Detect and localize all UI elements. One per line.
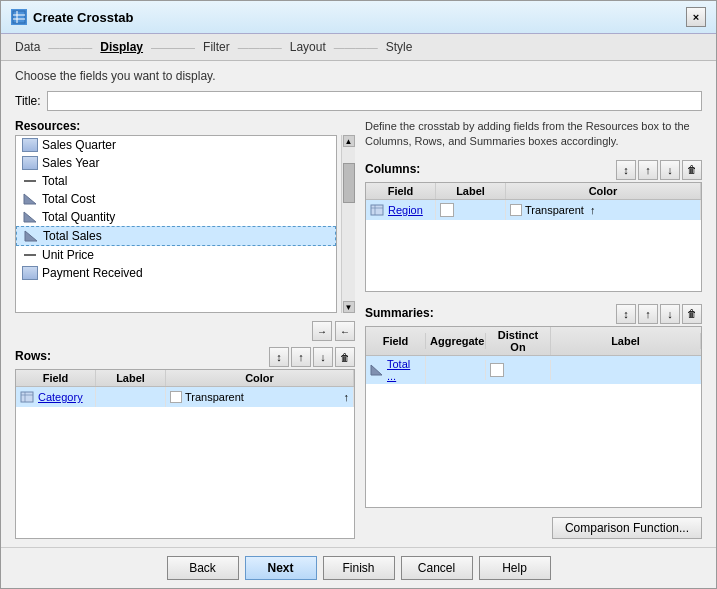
rows-sort-btn[interactable]: ↕ (269, 347, 289, 367)
rows-label-cell (96, 387, 166, 407)
arrow-right-btn[interactable]: → (312, 321, 332, 341)
transfer-arrows: → ← (15, 321, 355, 341)
tab-sep-1: ———— (48, 41, 92, 53)
resource-label: Total Cost (42, 192, 95, 206)
rows-field-name: Category (38, 391, 83, 403)
columns-row-0[interactable]: Region Transparent ↑ (366, 200, 701, 220)
rows-field-cell: Category (16, 387, 96, 407)
arrow-left-btn[interactable]: ← (335, 321, 355, 341)
rows-grid: Field Label Color Category (15, 369, 355, 539)
resource-payment-received[interactable]: Payment Received (16, 264, 336, 282)
col-label-checkbox[interactable] (440, 203, 454, 217)
next-button[interactable]: Next (245, 556, 317, 580)
columns-grid: Field Label Color Region (365, 182, 702, 292)
cols-down-btn[interactable]: ↓ (660, 160, 680, 180)
cols-sort-btn[interactable]: ↕ (616, 160, 636, 180)
wizard-tabs: Data ———— Display ———— Filter ———— Layou… (1, 34, 716, 61)
columns-field-name: Region (388, 204, 423, 216)
svg-marker-15 (371, 365, 382, 375)
dialog-icon (11, 9, 27, 25)
sum-distinct-checkbox[interactable] (490, 363, 504, 377)
table-icon (22, 138, 38, 152)
comparison-function-button[interactable]: Comparison Function... (552, 517, 702, 539)
rows-up-btn[interactable]: ↑ (291, 347, 311, 367)
tab-data[interactable]: Data (15, 40, 40, 54)
rows-row-0[interactable]: Category Transparent ↑ (16, 387, 354, 407)
title-bar-left: Create Crosstab (11, 9, 133, 25)
resources-list: Sales Quarter Sales Year Total (15, 135, 337, 313)
sum-delete-btn[interactable]: 🗑 (682, 304, 702, 324)
resource-label: Total Quantity (42, 210, 115, 224)
rows-color-value: Transparent (170, 391, 244, 403)
tab-sep-3: ———— (238, 41, 282, 53)
rows-header-bar: Rows: ↕ ↑ ↓ 🗑 (15, 347, 355, 367)
table-icon (22, 266, 38, 280)
title-input[interactable] (47, 91, 702, 111)
tab-filter[interactable]: Filter (203, 40, 230, 54)
sum-col-distinct-on: Distinct On (486, 327, 551, 355)
sum-label-cell (551, 360, 701, 380)
resource-sales-quarter[interactable]: Sales Quarter (16, 136, 336, 154)
rows-section: Rows: ↕ ↑ ↓ 🗑 Field Label Color (15, 347, 355, 539)
color-label: Transparent (525, 204, 584, 216)
resource-label: Total (42, 174, 67, 188)
scrollbar-thumb[interactable] (343, 163, 355, 203)
title-bar: Create Crosstab × (1, 1, 716, 34)
summaries-header-bar: Summaries: ↕ ↑ ↓ 🗑 (365, 304, 702, 324)
back-button[interactable]: Back (167, 556, 239, 580)
rows-delete-btn[interactable]: 🗑 (335, 347, 355, 367)
resource-unit-price[interactable]: Unit Price (16, 246, 336, 264)
line-icon (22, 248, 38, 262)
sum-sort-btn[interactable]: ↕ (616, 304, 636, 324)
sum-down-btn[interactable]: ↓ (660, 304, 680, 324)
tab-display[interactable]: Display (100, 40, 143, 54)
tab-style[interactable]: Style (386, 40, 413, 54)
svg-rect-9 (21, 392, 33, 402)
svg-rect-12 (371, 205, 383, 215)
scroll-down-btn[interactable]: ▼ (343, 301, 355, 313)
describe-text: Define the crosstab by adding fields fro… (365, 119, 702, 150)
cols-delete-btn[interactable]: 🗑 (682, 160, 702, 180)
finish-button[interactable]: Finish (323, 556, 395, 580)
summaries-label: Summaries: (365, 306, 434, 320)
columns-label-cell (436, 200, 506, 220)
resources-scrollbar[interactable]: ▲ ▼ (341, 135, 355, 313)
tab-layout[interactable]: Layout (290, 40, 326, 54)
resource-sales-year[interactable]: Sales Year (16, 154, 336, 172)
rows-down-btn[interactable]: ↓ (313, 347, 333, 367)
svg-marker-7 (25, 231, 37, 241)
subtitle-text: Choose the fields you want to display. (15, 69, 702, 83)
sum-up-btn[interactable]: ↑ (638, 304, 658, 324)
cancel-button[interactable]: Cancel (401, 556, 473, 580)
footer: Back Next Finish Cancel Help (1, 547, 716, 588)
right-panel: Define the crosstab by adding fields fro… (365, 119, 702, 539)
triangle-icon (22, 210, 38, 224)
resource-label: Unit Price (42, 248, 94, 262)
scroll-up-btn[interactable]: ▲ (343, 135, 355, 147)
resource-total[interactable]: Total (16, 172, 336, 190)
help-button[interactable]: Help (479, 556, 551, 580)
table-icon (22, 156, 38, 170)
rows-grid-header: Field Label Color (16, 370, 354, 387)
create-crosstab-dialog: Create Crosstab × Data ———— Display ————… (0, 0, 717, 589)
col-field: Field (366, 183, 436, 199)
col-label: Label (436, 183, 506, 199)
sum-field-cell: Total ... (366, 356, 426, 384)
cols-up-btn[interactable]: ↑ (638, 160, 658, 180)
comp-btn-row: Comparison Function... (365, 513, 702, 539)
resource-total-cost[interactable]: Total Cost (16, 190, 336, 208)
columns-label: Columns: (365, 162, 420, 176)
resource-total-quantity[interactable]: Total Quantity (16, 208, 336, 226)
close-button[interactable]: × (686, 7, 706, 27)
summaries-toolbar: ↕ ↑ ↓ 🗑 (616, 304, 702, 324)
rows-up-indicator: ↑ (344, 391, 350, 403)
summaries-grid-header: Field Aggregate Distinct On Label (366, 327, 701, 356)
columns-section: Columns: ↕ ↑ ↓ 🗑 Field Label Color (365, 160, 702, 292)
summaries-row-0[interactable]: Total ... (366, 356, 701, 384)
resource-total-sales[interactable]: Total Sales (16, 226, 336, 246)
title-row: Title: (15, 91, 702, 111)
svg-marker-5 (24, 194, 36, 204)
line-icon (22, 174, 38, 188)
color-swatch (510, 204, 522, 216)
triangle-icon (22, 192, 38, 206)
